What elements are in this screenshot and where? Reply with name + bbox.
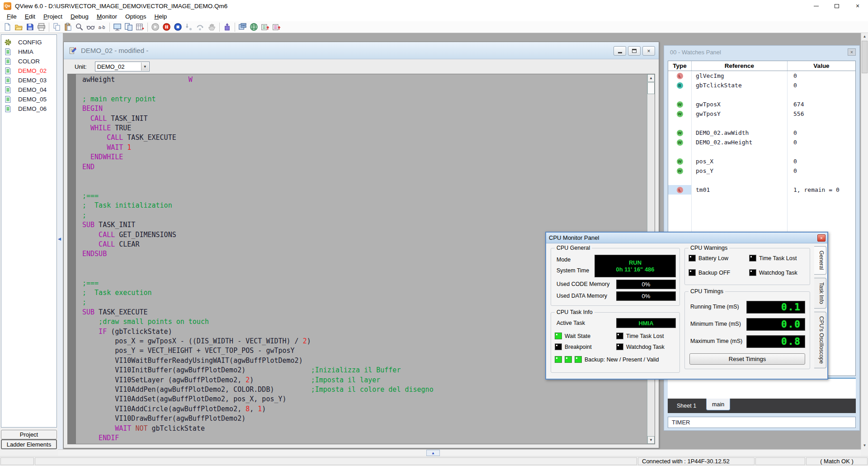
print-button[interactable] (36, 22, 47, 33)
sidebar-item-demo_03[interactable]: DEMO_03 (1, 76, 57, 85)
mdi-vertical-scrollbar[interactable]: ▲ ▼ (861, 33, 868, 449)
watch-value[interactable]: 0 (788, 157, 855, 166)
scroll-down-icon[interactable]: ▼ (647, 436, 655, 444)
scrollbar-thumb[interactable] (862, 41, 868, 73)
menu-file[interactable]: File (3, 12, 21, 21)
window-minimize-button[interactable] (806, 0, 826, 12)
menu-edit[interactable]: Edit (21, 12, 39, 21)
watch-value[interactable]: 0 (788, 166, 855, 176)
watch-reference[interactable]: tm01 (692, 185, 788, 195)
watch-value[interactable]: 0 (788, 128, 855, 138)
scrollbar-thumb[interactable] (647, 82, 655, 94)
watch-type-cell[interactable]: W (668, 166, 692, 176)
editor-minimize-button[interactable] (613, 46, 626, 56)
menu-monitor[interactable]: Monitor (93, 12, 121, 21)
sheet-tab-main[interactable]: main (706, 399, 730, 410)
import-db-button[interactable] (259, 22, 271, 33)
watch-reference[interactable]: DEMO_02.awWidth (692, 128, 788, 138)
watch-type-cell[interactable]: W (668, 157, 692, 166)
download-program-button[interactable] (222, 22, 233, 33)
watches-close-button[interactable]: × (848, 48, 856, 56)
sidebar-item-color[interactable]: COLOR (1, 57, 57, 66)
window-maximize-button[interactable] (826, 0, 847, 12)
stop-button[interactable] (172, 22, 184, 33)
watch-type-cell[interactable]: W (668, 128, 692, 138)
watch-reference[interactable]: gwTposX (692, 100, 788, 109)
display-monitor-button[interactable] (112, 22, 123, 33)
timer-box[interactable]: TIMER (668, 417, 856, 428)
watch-reference[interactable]: gbTclickState (692, 81, 788, 90)
run-button[interactable] (150, 22, 161, 33)
watches-titlebar[interactable]: 00 - Watches Panel × (664, 46, 859, 58)
watch-row-tm01[interactable]: Ltm011, remain = 0 (668, 185, 855, 195)
cpu-panel-titlebar[interactable]: CPU Monitor Panel × (546, 233, 827, 243)
find-button[interactable] (74, 22, 85, 33)
menu-debug[interactable]: Debug (66, 12, 93, 21)
watch-row-gbTclickState[interactable]: BgbTclickState0 (668, 81, 855, 90)
watch-glasses-button[interactable] (85, 22, 96, 33)
watch-reference[interactable]: pos_Y (692, 166, 788, 176)
watch-list-button[interactable] (134, 22, 146, 33)
window-close-button[interactable]: × (847, 0, 868, 12)
watch-row-pos_Y[interactable]: Wpos_Y0 (668, 166, 855, 176)
copy-button[interactable] (51, 22, 62, 33)
column-header-type[interactable]: Type (668, 61, 692, 71)
menu-help[interactable]: Help (150, 12, 171, 21)
unit-combobox[interactable]: DEMO_02 ▼ (95, 62, 150, 71)
collapse-left-icon[interactable]: ◀ (58, 237, 61, 241)
editor-close-button[interactable]: × (642, 46, 655, 56)
watch-value[interactable]: 1, remain = 0 (788, 185, 855, 195)
chevron-down-icon[interactable]: ▼ (141, 62, 149, 71)
watch-value[interactable]: 0 (788, 81, 855, 90)
watch-reference[interactable]: pos_X (692, 157, 788, 166)
project-tab-button[interactable]: Project (1, 430, 57, 439)
export-db-button[interactable] (271, 22, 282, 33)
cpu-panel-close-button[interactable]: × (817, 234, 826, 242)
cpu-tab-task-info[interactable]: Task Info (814, 278, 826, 309)
watch-type-cell[interactable]: L (668, 185, 692, 195)
watch-type-cell[interactable]: W (668, 100, 692, 109)
watch-value[interactable]: 0 (788, 71, 855, 81)
watch-type-cell[interactable]: W (668, 138, 692, 147)
find-replace-button[interactable]: a-b (96, 22, 108, 33)
watch-type-cell[interactable]: B (668, 81, 692, 90)
step-into-button[interactable] (184, 22, 195, 33)
mdi-horizontal-scrollbar[interactable]: ▲ (58, 449, 861, 456)
splitter-up-icon[interactable]: ▲ (426, 450, 440, 456)
menu-project[interactable]: Project (39, 12, 66, 21)
cascade-windows-button[interactable] (123, 22, 134, 33)
scroll-down-icon[interactable]: ▼ (861, 442, 868, 449)
new-file-button[interactable] (2, 22, 13, 33)
watch-value[interactable]: 0 (788, 138, 855, 147)
ladder-elements-tab-button[interactable]: Ladder Elements (1, 439, 57, 449)
stop-hand-button[interactable] (206, 22, 217, 33)
paste-button[interactable] (62, 22, 74, 33)
menu-options[interactable]: Options (121, 12, 151, 21)
cpu-tab-general[interactable]: General (814, 246, 826, 275)
sidebar-item-config[interactable]: CONFIG (1, 38, 57, 47)
editor-restore-button[interactable] (628, 46, 641, 56)
scroll-up-icon[interactable]: ▲ (647, 74, 655, 82)
sidebar-item-demo_02[interactable]: DEMO_02 (1, 66, 57, 76)
panels-button[interactable] (237, 22, 248, 33)
sidebar-splitter[interactable]: ◀ (58, 33, 63, 449)
watch-type-cell[interactable]: L (668, 71, 692, 81)
watch-reference[interactable]: glVecImg (692, 71, 788, 81)
watch-row-DEMO_02.awWidth[interactable]: WDEMO_02.awWidth0 (668, 128, 855, 138)
column-header-value[interactable]: Value (788, 61, 855, 71)
reset-timings-button[interactable]: Reset Timings (689, 353, 805, 365)
save-button[interactable] (24, 22, 36, 33)
watch-row-gwTposX[interactable]: WgwTposX674 (668, 100, 855, 109)
watch-row-DEMO_02.awHeight[interactable]: WDEMO_02.awHeight0 (668, 138, 855, 147)
sidebar-item-hmia[interactable]: HMIA (1, 47, 57, 57)
watch-row-gwTposY[interactable]: WgwTposY556 (668, 109, 855, 119)
pause-button[interactable] (161, 22, 172, 33)
watch-value[interactable]: 556 (788, 109, 855, 119)
sidebar-item-demo_04[interactable]: DEMO_04 (1, 85, 57, 95)
column-header-reference[interactable]: Reference (692, 61, 788, 71)
sidebar-item-demo_06[interactable]: DEMO_06 (1, 104, 57, 114)
step-over-button[interactable] (195, 22, 206, 33)
watch-row-glVecImg[interactable]: LglVecImg0 (668, 71, 855, 81)
network-button[interactable] (248, 22, 259, 33)
cpu-tab-cpu-s-oscilloscope[interactable]: CPU's Oscilloscope (814, 312, 826, 368)
